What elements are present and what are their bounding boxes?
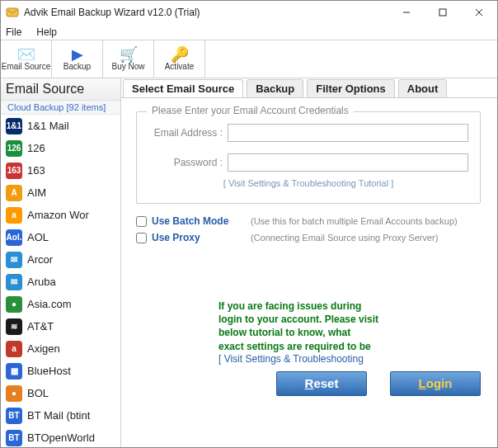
list-item[interactable]: 1&11&1 Mail bbox=[1, 115, 120, 137]
provider-icon: ▦ bbox=[6, 363, 22, 380]
maximize-button[interactable] bbox=[425, 1, 461, 24]
reset-button[interactable]: Reset bbox=[276, 371, 367, 396]
toolbar-label: Email Source bbox=[2, 62, 50, 71]
help-block: If you are facing issues during login to… bbox=[218, 299, 416, 365]
provider-icon: ✉ bbox=[6, 252, 22, 268]
tutorial-link[interactable]: [ Visit Settings & Troubleshooting Tutor… bbox=[148, 178, 468, 188]
toolbar-buy-now[interactable]: 🛒 Buy Now bbox=[103, 40, 154, 78]
provider-icon: BT bbox=[6, 408, 22, 424]
password-input[interactable] bbox=[228, 153, 468, 172]
provider-label: Arcor bbox=[27, 253, 53, 266]
sidebar-subtitle[interactable]: Cloud Backup [92 items] bbox=[1, 101, 120, 115]
help-text: login to your account. Please visit bbox=[218, 313, 416, 326]
credentials-fieldset: Please Enter your Email Account Credenti… bbox=[136, 111, 481, 204]
help-text: exact settings are required to be bbox=[218, 340, 416, 353]
provider-icon: a bbox=[6, 341, 22, 357]
list-item[interactable]: ●BOL bbox=[1, 382, 120, 404]
provider-icon: ≋ bbox=[6, 318, 22, 335]
cart-icon: 🛒 bbox=[120, 47, 138, 62]
provider-label: Axigen bbox=[27, 342, 60, 355]
provider-icon: 126 bbox=[6, 140, 22, 157]
tab-select-email-source[interactable]: Select Email Source bbox=[123, 79, 243, 97]
provider-icon: A bbox=[6, 185, 22, 201]
list-item[interactable]: AAIM bbox=[1, 182, 120, 204]
provider-label: 1&1 Mail bbox=[27, 120, 69, 132]
list-item[interactable]: 126126 bbox=[1, 137, 120, 159]
email-input[interactable] bbox=[228, 124, 468, 142]
tab-backup[interactable]: Backup bbox=[247, 79, 303, 97]
sidebar: Email Source Cloud Backup [92 items] 1&1… bbox=[1, 78, 121, 447]
provider-label: AOL bbox=[27, 231, 49, 243]
list-item[interactable]: ≋AT&T bbox=[1, 315, 120, 337]
tab-filter-options[interactable]: Filter Options bbox=[307, 79, 395, 97]
list-item[interactable]: aAmazon Wor bbox=[1, 204, 120, 226]
email-icon: ✉️ bbox=[17, 47, 35, 62]
provider-label: 126 bbox=[27, 142, 45, 154]
batch-mode-hint: (Use this for batch multiple Email Accou… bbox=[251, 216, 458, 226]
list-item[interactable]: 163163 bbox=[1, 159, 120, 182]
proxy-label: Use Proxy bbox=[152, 232, 251, 243]
menu-file[interactable]: File bbox=[6, 26, 21, 38]
provider-icon: 1&1 bbox=[6, 118, 22, 134]
login-button[interactable]: Login bbox=[390, 371, 481, 396]
provider-label: BOL bbox=[27, 387, 49, 399]
list-item[interactable]: aAxigen bbox=[1, 337, 120, 360]
provider-icon: ● bbox=[6, 296, 22, 313]
help-link[interactable]: [ Visit Settings & Troubleshooting bbox=[218, 353, 416, 365]
menu-help[interactable]: Help bbox=[36, 26, 57, 38]
provider-label: Aruba bbox=[27, 276, 56, 288]
toolbar: ✉️ Email Source ▶ Backup 🛒 Buy Now 🔑 Act… bbox=[1, 40, 497, 78]
key-icon: 🔑 bbox=[171, 47, 189, 62]
provider-label: Amazon Wor bbox=[27, 209, 89, 221]
tabs: Select Email Source Backup Filter Option… bbox=[121, 78, 497, 98]
email-label: Email Address : bbox=[148, 127, 228, 139]
provider-label: 163 bbox=[27, 164, 45, 177]
provider-icon: ✉ bbox=[6, 274, 22, 290]
provider-label: BTOpenWorld bbox=[27, 431, 95, 444]
svg-rect-2 bbox=[439, 9, 446, 16]
list-item[interactable]: ✉Arcor bbox=[1, 248, 120, 271]
provider-label: BlueHost bbox=[27, 365, 71, 377]
list-item[interactable]: BTBT Mail (btint bbox=[1, 404, 120, 427]
toolbar-label: Activate bbox=[165, 62, 195, 71]
proxy-hint: (Connecting Email Source using Proxy Ser… bbox=[251, 233, 438, 243]
window-title: Advik Email Backup Wizard v12.0 (Trial) bbox=[24, 7, 388, 18]
close-button[interactable] bbox=[461, 1, 497, 24]
list-item[interactable]: ●Asia.com bbox=[1, 293, 120, 315]
list-item[interactable]: BTBTOpenWorld bbox=[1, 427, 120, 447]
toolbar-label: Buy Now bbox=[111, 62, 144, 71]
toolbar-activate[interactable]: 🔑 Activate bbox=[154, 40, 205, 78]
fieldset-legend: Please Enter your Email Account Credenti… bbox=[147, 105, 354, 116]
play-icon: ▶ bbox=[72, 47, 83, 62]
provider-icon: BT bbox=[6, 430, 22, 446]
provider-label: AT&T bbox=[27, 320, 54, 332]
minimize-button[interactable] bbox=[388, 1, 425, 24]
batch-mode-checkbox[interactable] bbox=[136, 216, 147, 227]
provider-label: Asia.com bbox=[27, 298, 71, 310]
proxy-checkbox[interactable] bbox=[136, 233, 147, 243]
toolbar-backup[interactable]: ▶ Backup bbox=[52, 40, 103, 78]
main-panel: Select Email Source Backup Filter Option… bbox=[121, 78, 497, 447]
menu-bar: File Help bbox=[1, 24, 497, 40]
provider-icon: Aol. bbox=[6, 229, 22, 246]
svg-rect-0 bbox=[7, 8, 18, 17]
title-bar: Advik Email Backup Wizard v12.0 (Trial) bbox=[1, 1, 497, 24]
list-item[interactable]: ✉Aruba bbox=[1, 271, 120, 293]
provider-list: 1&11&1 Mail126126163163AAIMaAmazon WorAo… bbox=[1, 115, 120, 447]
help-text: below tutorial to know, what bbox=[218, 326, 416, 339]
batch-mode-label: Use Batch Mode bbox=[152, 215, 251, 227]
provider-icon: 163 bbox=[6, 163, 22, 179]
tab-about[interactable]: About bbox=[398, 79, 448, 97]
list-item[interactable]: ▦BlueHost bbox=[1, 360, 120, 382]
provider-label: AIM bbox=[27, 186, 46, 199]
provider-label: BT Mail (btint bbox=[27, 409, 90, 422]
password-label: Password : bbox=[148, 157, 228, 168]
app-icon bbox=[6, 6, 19, 19]
list-item[interactable]: Aol.AOL bbox=[1, 226, 120, 248]
help-text: If you are facing issues during bbox=[218, 299, 416, 313]
provider-icon: a bbox=[6, 207, 22, 224]
provider-icon: ● bbox=[6, 385, 22, 402]
sidebar-title: Email Source bbox=[1, 78, 120, 101]
toolbar-label: Backup bbox=[63, 62, 91, 71]
toolbar-email-source[interactable]: ✉️ Email Source bbox=[1, 40, 52, 78]
